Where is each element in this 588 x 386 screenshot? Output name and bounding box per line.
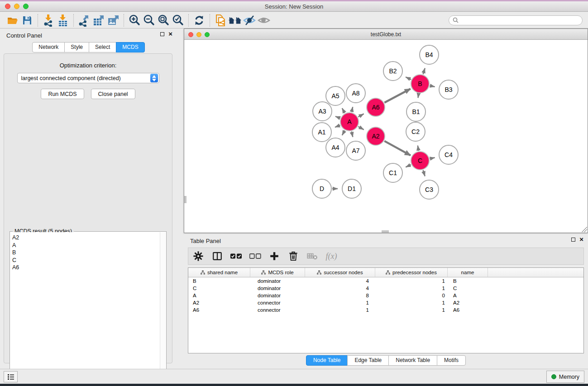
table-tab-network-table[interactable]: Network Table xyxy=(388,355,437,366)
first-neighbors-icon[interactable] xyxy=(228,14,242,27)
graph-node-A1[interactable]: A1 xyxy=(312,123,331,142)
graph-node-B[interactable]: B xyxy=(411,75,429,93)
search-input[interactable] xyxy=(461,17,578,24)
search-field[interactable] xyxy=(449,15,583,25)
column-header-successor-nodes[interactable]: successor nodes xyxy=(305,268,375,277)
show-graphics-details-icon[interactable] xyxy=(257,14,271,27)
graph-node-A8[interactable]: A8 xyxy=(346,84,365,103)
run-mcds-button[interactable]: Run MCDS xyxy=(41,89,84,99)
graph-node-C4[interactable]: C4 xyxy=(439,145,458,164)
criterion-dropdown[interactable]: largest connected component (directed) xyxy=(17,73,159,83)
result-item[interactable]: B xyxy=(12,249,158,257)
graph-node-A4[interactable]: A4 xyxy=(326,138,345,157)
graph-node-C2[interactable]: C2 xyxy=(406,122,425,141)
graph-node-A7[interactable]: A7 xyxy=(346,141,365,160)
table-cell[interactable]: 1 xyxy=(375,300,448,305)
memory-button[interactable]: Memory xyxy=(546,371,584,383)
table-cell[interactable]: 4 xyxy=(305,286,375,291)
show-columns-icon[interactable] xyxy=(211,249,224,263)
tab-network[interactable]: Network xyxy=(32,42,65,52)
function-builder-icon[interactable]: f(x) xyxy=(325,249,338,263)
graph-node-B1[interactable]: B1 xyxy=(406,102,425,121)
graph-node-A3[interactable]: A3 xyxy=(313,102,332,121)
tab-select[interactable]: Select xyxy=(89,42,116,52)
graph-node-D[interactable]: D xyxy=(312,179,331,198)
table-row[interactable]: Adominator80A xyxy=(188,292,583,299)
graph-edge-A-A8[interactable] xyxy=(352,107,353,112)
zoom-selected-icon[interactable] xyxy=(171,14,185,27)
table-tab-node-table[interactable]: Node Table xyxy=(306,355,348,366)
graph-edge-A2-C[interactable] xyxy=(384,141,411,156)
window-resize-grip[interactable] xyxy=(582,227,587,232)
table-row[interactable]: A6connector11A6 xyxy=(188,306,583,314)
table-cell[interactable]: A6 xyxy=(448,307,488,313)
graph-edge-A-A7[interactable] xyxy=(352,132,353,137)
table-cell[interactable]: 0 xyxy=(375,293,448,298)
table-cell[interactable]: connector xyxy=(250,307,305,313)
zoom-in-icon[interactable] xyxy=(127,14,142,27)
result-list-scrollbar[interactable] xyxy=(160,232,166,385)
table-cell[interactable]: C xyxy=(188,286,250,291)
open-session-icon[interactable] xyxy=(5,14,20,27)
result-item[interactable]: A6 xyxy=(12,264,158,272)
graph-edge-C-C1[interactable] xyxy=(406,165,411,167)
graph-edge-B-B2[interactable] xyxy=(406,77,411,80)
export-image-icon[interactable] xyxy=(106,14,120,27)
graph-edge-A-A4[interactable] xyxy=(342,130,345,135)
hide-graphics-details-icon[interactable] xyxy=(242,14,257,27)
result-item[interactable]: A2 xyxy=(12,234,158,242)
table-cell[interactable]: 1 xyxy=(305,307,375,313)
table-cell[interactable]: dominator xyxy=(250,278,305,284)
graph-node-A[interactable]: A xyxy=(340,113,359,131)
table-cell[interactable]: B xyxy=(188,278,250,284)
delete-table-icon[interactable] xyxy=(306,249,319,263)
table-cell[interactable]: dominator xyxy=(250,293,305,298)
zoom-fit-icon[interactable] xyxy=(156,14,171,27)
column-header-MCDS-role[interactable]: MCDS role xyxy=(250,268,305,277)
table-cell[interactable]: 1 xyxy=(375,286,448,291)
table-cell[interactable]: 4 xyxy=(305,278,375,284)
export-network-icon[interactable] xyxy=(77,14,91,27)
graph-edge-B-B4[interactable] xyxy=(423,68,425,74)
table-cell[interactable]: A6 xyxy=(188,307,250,313)
graph-node-C[interactable]: C xyxy=(411,152,429,170)
graph-node-A2[interactable]: A2 xyxy=(367,127,385,145)
graph-node-A6[interactable]: A6 xyxy=(367,98,385,116)
graph-edge-C-C3[interactable] xyxy=(423,170,425,176)
graph-edge-A6-B[interactable] xyxy=(384,89,410,103)
graph-node-B3[interactable]: B3 xyxy=(439,80,458,99)
tab-mcds[interactable]: MCDS xyxy=(116,42,144,52)
table-cell[interactable]: 1 xyxy=(375,278,448,284)
close-panel-button[interactable]: Close panel xyxy=(91,89,135,99)
graph-edge-A-A1[interactable] xyxy=(335,125,340,127)
table-cell[interactable]: A2 xyxy=(188,300,250,305)
graph-node-A5[interactable]: A5 xyxy=(326,86,345,105)
table-tab-motifs[interactable]: Motifs xyxy=(437,355,466,366)
table-cell[interactable]: A xyxy=(448,293,488,298)
graph-node-C1[interactable]: C1 xyxy=(383,163,402,182)
graph-edge-B-B1[interactable] xyxy=(418,94,419,98)
graph-edge-B-B3[interactable] xyxy=(430,86,435,86)
table-cell[interactable]: 1 xyxy=(375,307,448,313)
column-header-shared-name[interactable]: shared name xyxy=(188,268,250,277)
select-all-icon[interactable] xyxy=(230,249,243,263)
tab-style[interactable]: Style xyxy=(64,42,89,52)
table-row[interactable]: Cdominator41C xyxy=(188,285,583,292)
import-network-icon[interactable] xyxy=(41,14,56,27)
deselect-all-icon[interactable] xyxy=(249,249,262,263)
graph-node-B2[interactable]: B2 xyxy=(383,62,402,81)
graph-edge-A-A5[interactable] xyxy=(342,108,345,113)
graph-node-C3[interactable]: C3 xyxy=(420,180,439,199)
graph-edge-C-C2[interactable] xyxy=(418,146,419,151)
zoom-out-icon[interactable] xyxy=(142,14,156,27)
table-cell[interactable]: connector xyxy=(250,300,305,305)
table-row[interactable]: Bdominator41B xyxy=(188,277,583,285)
table-cell[interactable]: C xyxy=(448,286,488,291)
delete-column-icon[interactable] xyxy=(287,249,300,263)
network-canvas[interactable]: B4B2BB3A8A5A6A3B1AA1C2A2A4A7C4CC1C3DD1 xyxy=(184,40,588,233)
table-cell[interactable]: dominator xyxy=(250,286,305,291)
task-history-button[interactable] xyxy=(4,371,18,382)
table-cell[interactable]: A xyxy=(188,293,250,298)
clone-network-icon[interactable] xyxy=(213,14,228,27)
table-cell[interactable]: B xyxy=(448,278,488,284)
